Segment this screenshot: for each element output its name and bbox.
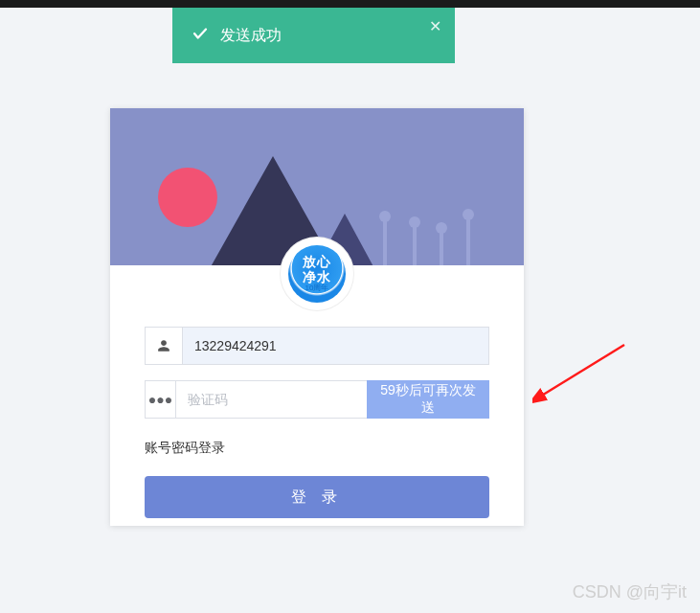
code-input[interactable]	[176, 380, 367, 419]
logo-sub: 10周年	[305, 284, 329, 293]
banner-lamp	[440, 227, 443, 265]
logo-badge: 放心 净水 10周年	[288, 245, 346, 303]
logo-text: 净水	[303, 270, 331, 284]
login-button[interactable]: 登 录	[145, 476, 489, 518]
code-row: ●●● 59秒后可再次发送	[145, 380, 489, 419]
banner-lamp	[466, 214, 470, 265]
toast-message: 发送成功	[220, 26, 282, 46]
user-icon	[145, 327, 183, 365]
window-topbar	[0, 0, 700, 8]
check-icon	[192, 25, 209, 46]
success-toast: 发送成功 ✕	[172, 8, 455, 63]
phone-row	[145, 327, 489, 365]
avatar: 放心 净水 10周年	[281, 238, 353, 310]
send-code-button[interactable]: 59秒后可再次发送	[367, 380, 489, 419]
annotation-arrow	[532, 339, 638, 435]
banner-lamp	[383, 216, 387, 265]
login-card: 放心 净水 10周年 ●●● 59秒后可再次发送 账号密码登录 登 录	[110, 108, 524, 526]
dots-icon: ●●●	[145, 380, 176, 419]
watermark: CSDN @向宇it	[573, 580, 687, 603]
password-login-link[interactable]: 账号密码登录	[145, 440, 225, 457]
banner-lamp	[413, 221, 417, 265]
close-icon[interactable]: ✕	[429, 17, 441, 35]
logo-text: 放心	[303, 255, 331, 269]
svg-line-0	[540, 345, 624, 397]
phone-input[interactable]	[183, 327, 489, 365]
